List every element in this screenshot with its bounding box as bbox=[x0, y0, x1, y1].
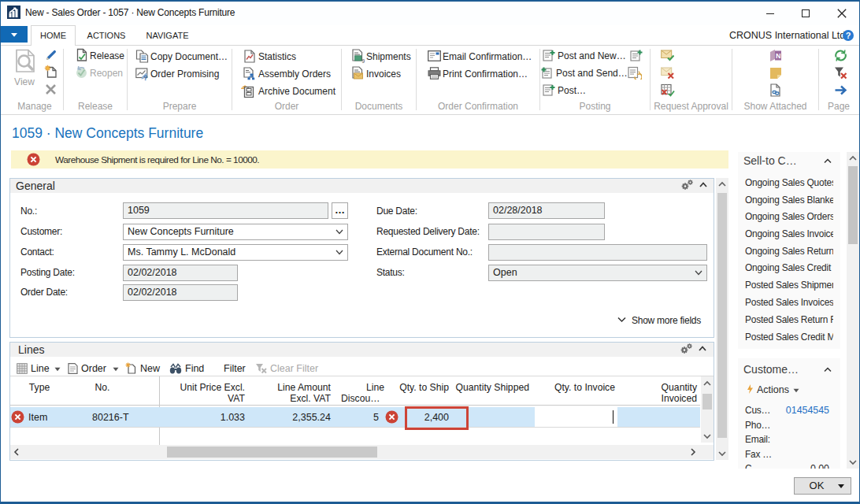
svg-text:N: N bbox=[776, 52, 781, 60]
svg-text:?: ? bbox=[143, 74, 148, 81]
svg-text:9: 9 bbox=[362, 58, 365, 64]
